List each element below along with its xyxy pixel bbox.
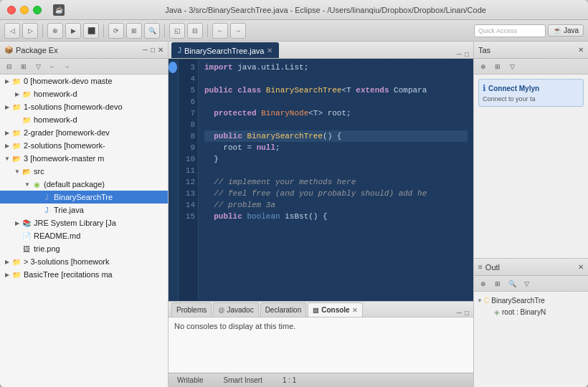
toolbar-btn-8[interactable]: 🔍 <box>144 23 160 39</box>
outline-item-bst[interactable]: ▼ C BinarySearchTre <box>477 295 585 306</box>
toolbar-sep-2 <box>103 24 104 37</box>
quick-access-input[interactable]: Quick Access <box>474 24 546 37</box>
file-icon: 📄 <box>22 231 32 241</box>
image-icon: 🖼 <box>22 244 32 254</box>
field-icon: ◈ <box>494 308 500 316</box>
tab-console-close[interactable]: ✕ <box>352 307 358 314</box>
tree-item-1[interactable]: ▶ 📁 1-solutions [homework-devo <box>0 100 168 113</box>
outline-close-icon[interactable]: ✕ <box>578 263 584 271</box>
tree-arrow <box>13 231 22 240</box>
tab-javadoc-label: Javadoc <box>227 306 253 314</box>
tab-close-btn[interactable]: ✕ <box>267 47 272 54</box>
close-panel-icon[interactable]: ✕ <box>158 46 163 54</box>
folder-icon: 📁 <box>22 89 32 99</box>
tree-label: 3 [homework-master m <box>24 154 104 163</box>
editor-maximize-btn[interactable]: □ <box>465 50 469 58</box>
tree-item-2s[interactable]: ▶ 📁 2-solutions [homework- <box>0 139 168 152</box>
tree-item-2g[interactable]: ▶ 📁 2-grader [homework-dev <box>0 126 168 139</box>
minimize-button[interactable] <box>20 6 29 14</box>
tasks-btn-1[interactable]: ⊕ <box>477 61 490 72</box>
view-menu-btn[interactable]: ▽ <box>32 61 44 72</box>
toolbar-btn-7[interactable]: ⊞ <box>126 23 142 39</box>
toolbar-btn-9[interactable]: ◱ <box>169 23 185 39</box>
tree-item-3[interactable]: ▼ 📂 3 [homework-master m <box>0 152 168 165</box>
outline-title: Outl <box>485 263 575 272</box>
tree-item-bst[interactable]: J BinarySearchTre <box>0 191 168 204</box>
tree-arrow: ▶ <box>3 102 11 111</box>
tree-item-3s[interactable]: ▶ 📁 > 3-solutions [homework <box>0 255 168 268</box>
collapse-all-btn[interactable]: ⊟ <box>3 61 16 72</box>
toolbar-btn-6[interactable]: ⟳ <box>108 23 124 39</box>
link-editor-btn[interactable]: ⊞ <box>17 61 30 72</box>
code-line-14: // problem 3a <box>204 199 468 211</box>
tree-item-1a[interactable]: 📁 homework-d <box>0 113 168 126</box>
code-line-10: } <box>204 153 468 165</box>
code-area[interactable]: import java.util.List; public class Bina… <box>199 59 473 301</box>
tree-label: homework-d <box>34 90 77 98</box>
tree-item-basic[interactable]: ▶ 📁 BasicTree [recitations ma <box>0 268 168 281</box>
tree-arrow: ▶ <box>3 77 11 85</box>
tab-javadoc[interactable]: @ Javadoc <box>213 302 258 317</box>
tab-console-label: Console <box>321 306 349 314</box>
toolbar-btn-4[interactable]: ▶ <box>65 23 81 39</box>
tree-item-trie-png[interactable]: 🖼 trie.png <box>0 242 168 255</box>
folder-icon: 📁 <box>11 257 22 267</box>
tree-arrow <box>13 115 22 124</box>
bottom-panel-minimize[interactable]: ─ <box>457 309 462 317</box>
package-explorer-header: 📦 Package Ex ─ □ ✕ <box>0 42 168 59</box>
folder-icon: 📁 <box>11 269 22 280</box>
tree-item-jre[interactable]: ▶ 📚 JRE System Library [Ja <box>0 216 168 229</box>
outline-btn-2[interactable]: ⊞ <box>491 278 504 290</box>
tree-item-readme[interactable]: 📄 README.md <box>0 229 168 242</box>
tab-declaration[interactable]: Declaration <box>260 302 307 317</box>
code-editor[interactable]: 3 4 5 6 7 8 8 9 10 11 12 13 14 15 <box>169 59 473 301</box>
maximize-panel-icon[interactable]: □ <box>151 46 155 54</box>
close-button[interactable] <box>7 6 16 14</box>
info-icon: ℹ <box>483 83 486 93</box>
package-icon: ◉ <box>32 179 42 189</box>
toolbar-btn-12[interactable]: → <box>230 23 246 39</box>
tab-problems[interactable]: Problems <box>171 302 212 317</box>
package-explorer-toolbar: ⊟ ⊞ ▽ ← → <box>0 59 168 75</box>
tab-problems-label: Problems <box>176 306 207 314</box>
toolbar-sep-3 <box>164 24 165 37</box>
tasks-btn-2[interactable]: ⊞ <box>491 61 504 72</box>
outline-item-root[interactable]: ◈ root : BinaryN <box>477 306 585 317</box>
tree-arrow <box>33 206 42 214</box>
tree-item-0[interactable]: ▶ 📁 0 [homework-devo maste <box>0 75 168 87</box>
back-btn[interactable]: ← <box>46 61 59 72</box>
maximize-button[interactable] <box>33 6 42 14</box>
outline-btn-1[interactable]: ⊕ <box>477 278 490 290</box>
toolbar-btn-2[interactable]: ▷ <box>22 23 38 39</box>
perspective-java[interactable]: ☕ Java <box>548 24 584 37</box>
tree-label: src <box>34 167 44 176</box>
outline-tree: ▼ C BinarySearchTre ◈ root : BinaryN <box>474 292 588 387</box>
outline-btn-4[interactable]: ▽ <box>520 278 533 290</box>
tree-item-src[interactable]: ▼ 📂 src <box>0 165 168 178</box>
tasks-btn-3[interactable]: ▽ <box>506 61 518 72</box>
toolbar-btn-5[interactable]: ⬛ <box>83 23 99 39</box>
toolbar-btn-11[interactable]: ← <box>212 23 228 39</box>
editor-minimize-btn[interactable]: ─ <box>457 50 462 58</box>
bottom-panel-maximize[interactable]: □ <box>465 309 469 317</box>
tree-label: 0 [homework-devo maste <box>24 77 113 85</box>
javadoc-icon: @ <box>218 307 224 314</box>
editor-tab-bst[interactable]: J BinarySearchTree.java ✕ <box>171 42 279 58</box>
line-numbers: 3 4 5 6 7 8 8 9 10 11 12 13 14 15 <box>179 59 199 301</box>
outline-btn-3[interactable]: 🔍 <box>506 278 518 290</box>
forward-btn[interactable]: → <box>60 61 73 72</box>
src-icon: 📂 <box>22 166 32 176</box>
package-explorer-panel: 📦 Package Ex ─ □ ✕ ⊟ ⊞ ▽ ← → ▶ 📁 0 [home… <box>0 42 169 387</box>
tasks-title: Tas <box>478 46 575 54</box>
tab-console[interactable]: ▤ Console ✕ <box>308 302 362 317</box>
toolbar-btn-10[interactable]: ⊟ <box>187 23 203 39</box>
toolbar-btn-1[interactable]: ◁ <box>4 23 20 39</box>
toolbar-btn-3[interactable]: ⊕ <box>47 23 63 39</box>
tree-item-trie[interactable]: J Trie.java <box>0 204 168 216</box>
tasks-close-icon[interactable]: ✕ <box>578 46 584 54</box>
tree-item-default-pkg[interactable]: ▼ ◉ (default package) <box>0 178 168 191</box>
outline-field-label: root : BinaryN <box>502 308 546 316</box>
connect-title-row: ℹ Connect Mylyn <box>483 83 579 93</box>
minimize-panel-icon[interactable]: ─ <box>143 46 148 54</box>
tree-item-0a[interactable]: ▶ 📁 homework-d <box>0 87 168 100</box>
